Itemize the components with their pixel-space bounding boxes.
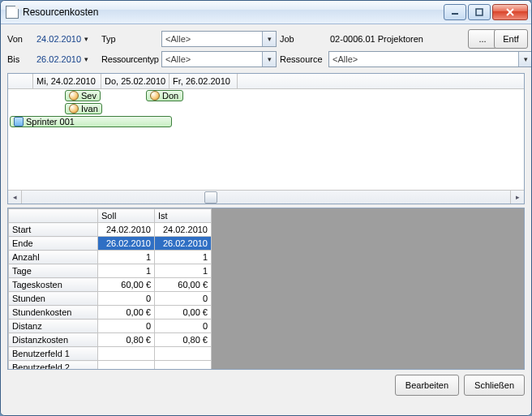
gantt-person-chip[interactable]: Sev [65,90,101,101]
ressource-label: Ressource [280,54,325,64]
bis-date-value: 26.02.2010 [36,54,81,64]
person-icon [69,91,79,101]
filter-row-1: Von 24.02.2010 ▾ Typ <Alle> ▾ Job 02-000… [7,29,525,49]
cell-soll[interactable]: 0,00 € [98,306,155,320]
cell-soll[interactable]: 0 [98,292,155,306]
cell-soll[interactable]: 24.02.2010 [98,223,155,237]
cell-ist[interactable]: 0,80 € [155,333,212,347]
job-value: 02-0006.01 Projektoren [328,34,465,44]
gantt-day-header[interactable]: Mi, 24.02.2010 [33,74,101,88]
col-ist[interactable]: Ist [155,209,212,223]
table-row[interactable]: Tage11 [9,264,212,278]
cell-ist[interactable]: 60,00 € [155,278,212,292]
typ-label: Typ [101,34,158,44]
table-row[interactable]: Stundenkosten0,00 €0,00 € [9,306,212,320]
ressourcentyp-combo[interactable]: <Alle> ▾ [161,51,277,67]
cell-ist[interactable] [155,361,212,370]
gantt-vehicle-chip[interactable]: Sprinter 001 [10,116,172,127]
job-label: Job [280,34,325,44]
cell-ist[interactable]: 26.02.2010 [155,237,212,251]
row-header: Stundenkosten [9,306,98,320]
gantt-day-header[interactable]: Do, 25.02.2010 [101,74,169,88]
cell-ist[interactable]: 0 [155,320,212,333]
minimize-button[interactable] [444,4,466,20]
cell-ist[interactable] [155,347,212,361]
ressourcentyp-label: Ressourcentyp [101,54,158,64]
job-browse-button[interactable]: ... [468,29,497,49]
cell-soll[interactable]: 60,00 € [98,278,155,292]
cell-ist[interactable]: 0,00 € [155,306,212,320]
client-area: Von 24.02.2010 ▾ Typ <Alle> ▾ Job 02-000… [1,24,531,415]
von-date-value: 24.02.2010 [36,34,81,44]
ressourcentyp-value: <Alle> [162,54,262,64]
ressource-value: <Alle> [329,54,518,64]
table-row[interactable]: Start24.02.201024.02.2010 [9,223,212,237]
grid-panel: Soll Ist Start24.02.201024.02.2010Ende26… [7,208,525,370]
cell-soll[interactable] [98,347,155,361]
grid-corner [9,209,98,223]
cell-soll[interactable]: 26.02.2010 [98,237,155,251]
edit-button[interactable]: Bearbeiten [395,375,459,396]
row-header: Start [9,223,98,237]
table-row[interactable]: Distanz00 [9,320,212,333]
scroll-left-icon[interactable]: ◂ [8,191,22,204]
col-soll[interactable]: Soll [98,209,155,223]
von-date-picker[interactable]: 24.02.2010 ▾ [36,34,98,44]
row-header: Stunden [9,292,98,306]
vehicle-icon [14,117,24,127]
scroll-right-icon[interactable]: ▸ [510,191,524,204]
cell-soll[interactable]: 1 [98,264,155,278]
close-button[interactable] [492,4,528,20]
gantt-person-chip[interactable]: Don [146,90,183,101]
gantt-day-header[interactable]: Fr, 26.02.2010 [169,74,238,88]
row-header: Benutzerfeld 2 [9,361,98,370]
cost-grid[interactable]: Soll Ist Start24.02.201024.02.2010Ende26… [8,208,212,369]
cell-ist[interactable]: 24.02.2010 [155,223,212,237]
table-row[interactable]: Tageskosten60,00 €60,00 € [9,278,212,292]
dropdown-icon: ▾ [518,52,532,66]
gantt-person-chip[interactable]: Ivan [65,103,102,114]
chip-label: Sprinter 001 [26,117,75,127]
gantt-h-scrollbar[interactable]: ◂ ▸ [8,190,524,204]
bis-label: Bis [7,54,33,64]
filter-row-2: Bis 26.02.2010 ▾ Ressourcentyp <Alle> ▾ … [7,51,525,67]
cell-soll[interactable]: 0,80 € [98,333,155,347]
cell-soll[interactable]: 0 [98,320,155,333]
row-header: Benutzerfeld 1 [9,347,98,361]
table-row[interactable]: Benutzerfeld 2 [9,361,212,370]
row-header: Ende [9,237,98,251]
table-row[interactable]: Anzahl11 [9,251,212,264]
chip-label: Don [162,91,178,101]
grid-dead-area [212,208,524,369]
dropdown-icon: ▾ [84,55,88,63]
app-window: Resourcenkosten Von 24.02.2010 ▾ Typ <Al… [0,0,532,416]
table-row[interactable]: Ende26.02.201026.02.2010 [9,237,212,251]
footer: Bearbeiten Schließen [7,375,525,396]
entf-button[interactable]: Entf [494,29,528,49]
document-icon [6,6,19,19]
scroll-thumb[interactable] [204,191,217,204]
table-row[interactable]: Distanzkosten0,80 €0,80 € [9,333,212,347]
table-row[interactable]: Stunden00 [9,292,212,306]
person-icon [150,91,160,101]
table-row[interactable]: Benutzerfeld 1 [9,347,212,361]
cell-soll[interactable]: 1 [98,251,155,264]
chip-label: Ivan [81,104,98,114]
cell-ist[interactable]: 1 [155,264,212,278]
bis-date-picker[interactable]: 26.02.2010 ▾ [36,54,98,64]
cell-ist[interactable]: 0 [155,292,212,306]
row-header: Distanzkosten [9,333,98,347]
person-icon [69,104,79,114]
close-window-button[interactable]: Schließen [464,375,525,396]
gantt-body[interactable]: SevDonIvanSprinter 001 [8,89,524,190]
maximize-button[interactable] [468,4,491,20]
gantt-header: Mi, 24.02.2010Do, 25.02.2010Fr, 26.02.20… [8,74,524,89]
cell-ist[interactable]: 1 [155,251,212,264]
chip-label: Sev [81,91,97,101]
ressource-combo[interactable]: <Alle> ▾ [328,51,532,67]
typ-combo[interactable]: <Alle> ▾ [161,31,277,47]
cell-soll[interactable] [98,361,155,370]
gantt-panel: Mi, 24.02.2010Do, 25.02.2010Fr, 26.02.20… [7,73,525,204]
dropdown-icon: ▾ [262,32,276,46]
von-label: Von [7,34,33,44]
